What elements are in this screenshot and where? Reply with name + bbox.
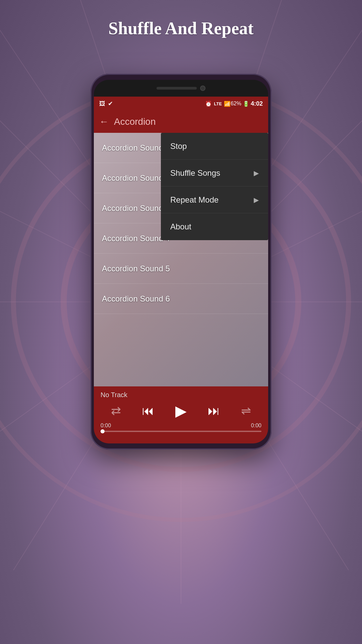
list-item[interactable]: Accordion Sound 6 xyxy=(94,284,268,314)
submenu-chevron-icon: ▶ xyxy=(254,169,259,177)
app-toolbar: ← Accordion xyxy=(94,111,268,133)
menu-item-shuffle[interactable]: Shuffle Songs ▶ xyxy=(161,160,268,186)
alarm-icon: ⏰ xyxy=(205,101,212,107)
notification-icon: 🖼 xyxy=(99,100,105,107)
signal-icon: 📶 xyxy=(224,101,231,107)
status-bar: 🖼 ✔ ⏰ LTE 📶 62% 🔋 4:02 xyxy=(94,97,268,111)
phone-screen: 🖼 ✔ ⏰ LTE 📶 62% 🔋 4:02 ← Accordion xyxy=(94,80,268,443)
phone-frame: 🖼 ✔ ⏰ LTE 📶 62% 🔋 4:02 ← Accordion xyxy=(90,74,272,449)
player-bar: No Track ⇄ ⏮ ▶ ⏭ ⇌ 0:00 0:00 xyxy=(94,386,268,443)
menu-shuffle-label: Shuffle Songs xyxy=(170,168,220,178)
status-right: 62% 🔋 4:02 xyxy=(231,100,263,107)
lte-badge: LTE xyxy=(214,101,222,106)
track-name: No Track xyxy=(101,391,261,399)
play-button[interactable]: ▶ xyxy=(175,402,187,419)
time-row: 0:00 0:00 xyxy=(101,423,261,429)
progress-dot xyxy=(101,429,105,433)
status-center-icons: ⏰ LTE 📶 xyxy=(205,101,231,107)
menu-repeat-label: Repeat Mode xyxy=(170,195,219,205)
menu-item-repeat[interactable]: Repeat Mode ▶ xyxy=(161,186,268,213)
context-menu: Stop Shuffle Songs ▶ Repeat Mode ▶ About xyxy=(161,133,268,240)
list-item[interactable]: Accordion Sound 5 xyxy=(94,254,268,284)
time-end: 0:00 xyxy=(251,423,261,429)
status-left-icons: 🖼 ✔ xyxy=(99,100,205,107)
page-title: Shuffle And Repeat xyxy=(0,18,362,38)
prev-button[interactable]: ⏮ xyxy=(142,404,154,418)
submenu-chevron-icon: ▶ xyxy=(254,196,259,204)
song-label: Accordion Sound 5 xyxy=(102,264,170,273)
battery-icon: 🔋 xyxy=(243,101,249,107)
repeat-button[interactable]: ⇌ xyxy=(241,404,251,418)
phone-camera-area xyxy=(94,80,268,97)
menu-item-about[interactable]: About xyxy=(161,213,268,240)
camera-lens xyxy=(200,86,205,91)
song-label: Accordion Sound 6 xyxy=(102,294,170,304)
clock: 4:02 xyxy=(251,100,263,107)
song-label: Accordion Sound 1 xyxy=(102,143,170,153)
toolbar-title: Accordion xyxy=(114,116,263,127)
menu-stop-label: Stop xyxy=(170,142,187,151)
song-label: Accordion Sound 2 xyxy=(102,173,170,183)
song-label: Accordion Sound 4 xyxy=(102,234,170,243)
progress-bar[interactable] xyxy=(101,431,261,432)
time-start: 0:00 xyxy=(101,423,111,429)
song-label: Accordion Sound 3 xyxy=(102,204,170,213)
menu-about-label: About xyxy=(170,222,191,231)
back-button[interactable]: ← xyxy=(99,116,109,127)
shuffle-button[interactable]: ⇄ xyxy=(111,404,121,418)
battery-percent: 62% xyxy=(231,101,241,107)
next-button[interactable]: ⏭ xyxy=(208,404,220,418)
player-controls: ⇄ ⏮ ▶ ⏭ ⇌ xyxy=(101,402,261,419)
menu-item-stop[interactable]: Stop xyxy=(161,133,268,160)
check-icon: ✔ xyxy=(108,100,113,107)
speaker-bar xyxy=(157,87,197,90)
